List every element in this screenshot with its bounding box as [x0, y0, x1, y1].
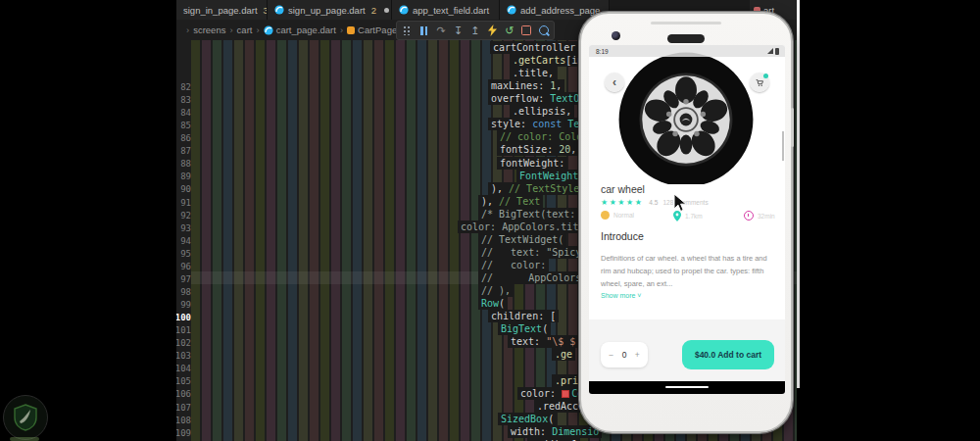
breadcrumb-item-screens[interactable]: screens: [193, 24, 225, 35]
battery-icon: [775, 48, 779, 55]
code-token: // TextWidget(: [481, 234, 564, 245]
code-token: :: [550, 388, 562, 399]
code-token: .getCarts: [513, 55, 565, 66]
breadcrumb-item-cart-page-dart[interactable]: cart_page.dart: [264, 24, 336, 35]
stop-icon[interactable]: [519, 24, 533, 37]
code-token: (: [499, 298, 505, 309]
mouse-cursor: [673, 193, 687, 213]
code-token: children: [491, 311, 538, 321]
step-into-icon[interactable]: ↧: [452, 24, 466, 37]
back-button[interactable]: ‹: [605, 73, 624, 92]
code-token: .ge: [555, 349, 572, 360]
line-number: 100: [176, 313, 191, 322]
minus-button[interactable]: −: [609, 350, 613, 360]
code-token: cartController: [493, 42, 575, 53]
code-token: // color:: [481, 260, 546, 270]
description-line: rim and hubcap; used to propel the car. …: [601, 265, 773, 277]
gripper-icon[interactable]: [400, 24, 414, 37]
shield-logo-icon: [13, 404, 38, 431]
line-number: 95: [176, 249, 191, 259]
tag-label: Normal: [613, 212, 634, 219]
code-token: .title,: [513, 68, 554, 78]
info-tag-32min: 32min: [744, 211, 775, 220]
tab-label: add_address_page...: [520, 5, 608, 16]
code-token: SizedBox: [501, 414, 548, 424]
add-to-cart-button[interactable]: $40.0 Add to cart: [682, 340, 774, 369]
cart-button[interactable]: [750, 73, 769, 92]
status-bar: 8:19: [589, 45, 785, 57]
rating-row: ★★★★★ 4.5 1287 comments: [601, 198, 709, 207]
breadcrumb-label: CartPage: [358, 24, 397, 35]
code-token: width: [511, 426, 540, 437]
code-token: color: [520, 388, 550, 399]
cart-icon: [755, 77, 764, 87]
tab-sign-up-page-dart[interactable]: sign_up_page.dart2: [268, 0, 392, 20]
step-out-icon[interactable]: ↥: [468, 24, 482, 37]
code-token: ,: [570, 144, 576, 155]
line-number: 87: [176, 146, 191, 156]
code-token: :: [540, 426, 552, 437]
code-token: : [: [538, 311, 556, 321]
code-token: // ),: [481, 285, 511, 296]
class-icon: [347, 26, 355, 34]
code-line-108: .pri: [552, 374, 581, 387]
breadcrumb-item-CartPage[interactable]: CartPage: [347, 24, 397, 35]
breadcrumb-separator: ›: [340, 24, 343, 35]
tab-sign-in-page-dart[interactable]: sign_in_page.dart3: [176, 0, 268, 20]
tag-label: 1.7km: [685, 213, 703, 220]
breadcrumb-label: cart: [237, 24, 253, 35]
line-number: 97: [176, 274, 191, 284]
code-line-104: BigText(: [498, 322, 551, 335]
code-token: (: [542, 323, 548, 334]
breadcrumb-separator: ›: [229, 24, 232, 35]
phone-camera: [612, 31, 620, 40]
scrollbar[interactable]: [782, 131, 784, 161]
plus-button[interactable]: +: [635, 350, 640, 360]
line-number: 105: [176, 376, 191, 386]
quantity-stepper[interactable]: − 0 +: [601, 342, 648, 368]
home-indicator[interactable]: [665, 386, 709, 388]
code-token: // Text: [499, 196, 540, 207]
product-title: car wheel: [601, 183, 645, 195]
code-token: style: [491, 119, 520, 129]
code-line-105: text: "\$ $: [508, 335, 578, 348]
color-swatch: [562, 390, 569, 398]
line-number: 91: [176, 198, 191, 208]
pause-icon[interactable]: [417, 24, 431, 37]
code-line-85: maxLines: 1,: [488, 79, 564, 92]
code-token: overflow: [491, 93, 538, 104]
modified-dot-icon[interactable]: [384, 8, 389, 13]
code-token: BigText: [501, 323, 542, 334]
breadcrumb-label: cart_page.dart: [276, 24, 336, 35]
inspect-widget-icon[interactable]: [537, 24, 551, 37]
code-line-99: // color:: [478, 259, 549, 271]
show-more-link[interactable]: Show more ˅: [601, 292, 641, 299]
breadcrumb-separator: ›: [256, 24, 259, 35]
code-token: ,: [556, 80, 562, 91]
code-token: Dimensio: [552, 426, 599, 437]
code-token: // AppColors.t: [481, 272, 593, 283]
line-number: 85: [176, 121, 191, 130]
tag-label: 32min: [758, 213, 775, 220]
window-edge-divider: [797, 0, 800, 388]
code-token: "\$ $: [546, 336, 575, 347]
code-line-89: // color: Color: [497, 130, 591, 143]
line-number: 88: [176, 159, 191, 169]
line-number: 108: [176, 416, 191, 425]
tab-app-text-field-dart[interactable]: app_text_field.dart: [392, 0, 500, 20]
hot-restart-icon[interactable]: ↺: [503, 24, 516, 37]
breadcrumb-item-cart[interactable]: cart: [237, 24, 253, 35]
description-line: Definitions of car wheel. a wheel that h…: [601, 252, 773, 265]
phone-screen: 8:19 ‹ car wheel ★★★★★: [589, 45, 785, 394]
step-over-icon[interactable]: ↷: [434, 24, 448, 37]
info-tag-normal: Normal: [601, 211, 634, 220]
line-number: 86: [176, 133, 191, 143]
code-line-94: ), // Text: [478, 195, 543, 208]
code-token: :: [520, 119, 532, 129]
code-token: // color: Color: [500, 131, 588, 142]
code-token: .redAcce: [537, 401, 584, 412]
hot-reload-icon[interactable]: [485, 24, 499, 37]
product-description: Definitions of car wheel. a wheel that h…: [601, 252, 773, 290]
code-token: .pri: [555, 375, 578, 386]
tab-label: app_text_field.dart: [413, 5, 489, 16]
